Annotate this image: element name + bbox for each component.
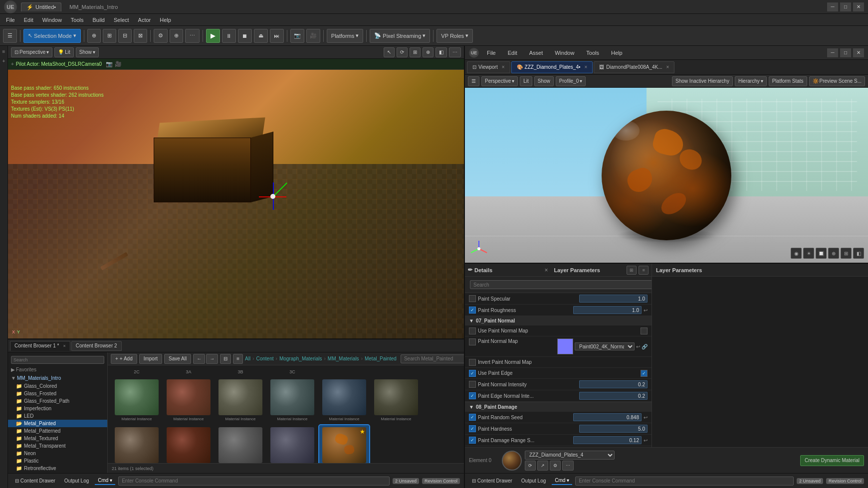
align-button[interactable]: ⊠ — [134, 29, 147, 43]
cb-import-button[interactable]: Import — [139, 354, 162, 364]
close-button[interactable]: ✕ — [853, 2, 864, 11]
cb-item-rust3[interactable]: Rust_3 Material Instance — [164, 425, 214, 463]
paint-roughness-check[interactable]: ✓ — [469, 307, 476, 314]
paint-damage-range-s-reset[interactable]: ↩ — [644, 438, 648, 443]
cb-tree-retroreflective[interactable]: 📁 Retroreflective — [8, 465, 107, 472]
menu-edit[interactable]: Edit — [20, 16, 37, 24]
paint-roughness-input[interactable] — [573, 306, 642, 314]
vp2-btn-2[interactable]: ☀ — [803, 248, 814, 259]
cb-metal-link[interactable]: Metal_Painted — [365, 356, 397, 361]
paint-damage-range-s-input[interactable] — [573, 436, 642, 444]
cb-mograph-link[interactable]: Mograph_Materials — [279, 356, 322, 361]
viewport-tab[interactable]: ⊡ Viewport × — [467, 61, 510, 73]
vp2-btn-6[interactable]: ◧ — [853, 248, 864, 259]
play-button[interactable]: ▶ — [206, 29, 220, 43]
right-close-button[interactable]: ✕ — [853, 48, 864, 57]
zzz-diamond-tab[interactable]: 🎨 ZZZ_Diamond_Plates_4• × — [511, 61, 593, 73]
paint-edge-normal-input[interactable] — [579, 392, 648, 400]
paint-hardness-input[interactable] — [579, 425, 648, 433]
cb-view-button[interactable]: ⊟ — [220, 354, 231, 364]
element-btn-4[interactable]: ⋯ — [562, 461, 574, 471]
paint-normal-intensity-input[interactable] — [579, 380, 648, 388]
cb-mm-section[interactable]: ▼ MM_Materials_Intro — [8, 374, 107, 382]
right-menu-file[interactable]: File — [483, 49, 500, 57]
hamburger-button[interactable]: ☰ — [3, 29, 17, 43]
viewport-tab-close-icon[interactable]: × — [502, 64, 505, 70]
vp2-btn-1[interactable]: ◉ — [791, 248, 802, 259]
misc-button2[interactable]: ⊕ — [170, 29, 183, 43]
cb-tree-glass-colored[interactable]: 📁 Glass_Colored — [8, 382, 107, 390]
vp2-btn-3[interactable]: 🔲 — [816, 248, 827, 259]
vp2-btn-5[interactable]: ⊞ — [841, 248, 852, 259]
cb-item-rust5[interactable]: Rust_5 Material Instance — [267, 425, 317, 463]
misc-button3[interactable]: ⋯ — [185, 29, 200, 43]
stop-button[interactable]: ⏹ — [238, 29, 252, 43]
console-input[interactable] — [118, 477, 390, 486]
paint-edge-normal-check[interactable]: ✓ — [469, 392, 476, 399]
right-minimize-button[interactable]: ─ — [827, 48, 838, 57]
project-tab[interactable]: ⚡ Untitled• — [21, 2, 61, 11]
details-grid-button[interactable]: ⊞ — [627, 266, 637, 275]
sidebar-icon-2[interactable]: + — [1, 57, 6, 65]
paint-random-seed-input[interactable] — [573, 413, 642, 421]
details-list-button[interactable]: ≡ — [639, 266, 649, 275]
cb-item-3c[interactable]: Material Instance — [267, 377, 317, 423]
diamond-tab-close-icon[interactable]: × — [666, 64, 669, 70]
right-cmd-tab[interactable]: Cmd ▾ — [552, 477, 572, 485]
selection-mode-button[interactable]: ↖ Selection Mode ▾ — [23, 29, 81, 43]
right-menu-edit[interactable]: Edit — [504, 49, 521, 57]
cb-item-blank2[interactable]: Material Instance — [371, 377, 421, 423]
cmd-tab[interactable]: Cmd ▾ — [95, 477, 115, 485]
paint-specular-check[interactable] — [469, 295, 476, 302]
right-menu-asset[interactable]: Asset — [525, 49, 547, 57]
transform-button[interactable]: ⊕ — [87, 29, 101, 43]
vp-icon-6[interactable]: ⋯ — [449, 47, 461, 57]
paint-normal-map-dropdown[interactable]: Paint002_4K_NormalDX — [575, 342, 635, 350]
lit-button[interactable]: 💡 Lit — [54, 47, 74, 57]
menu-tools[interactable]: Tools — [67, 16, 88, 24]
details-close-button[interactable]: × — [545, 267, 548, 274]
cb-item-blank1[interactable]: Material Instance — [319, 377, 369, 423]
right-maximize-button[interactable]: □ — [840, 48, 851, 57]
cb-search-input[interactable] — [401, 354, 464, 363]
cb-item-2c[interactable]: Material Instance — [112, 377, 162, 423]
right-menu-window[interactable]: Window — [551, 49, 578, 57]
perspective-button[interactable]: ⊡ Perspective ▾ — [11, 47, 52, 57]
use-paint-edge-check[interactable]: ✓ — [469, 370, 476, 377]
paint-hardness-check[interactable]: ✓ — [469, 425, 476, 432]
section-07-header[interactable]: ▼ 07_Paint Normal — [465, 316, 651, 325]
cb-tree-glass-frosted[interactable]: 📁 Glass_Frosted — [8, 390, 107, 397]
cb-favorites-section[interactable]: ▶ Favorites — [8, 365, 107, 374]
material-dropdown[interactable]: ZZZ_Diamond_Plates_4 — [525, 451, 615, 460]
maximize-button[interactable]: □ — [840, 2, 851, 11]
element-btn-2[interactable]: ↗ — [537, 461, 548, 471]
unsaved-badge-right[interactable]: 2 Unsaved — [797, 478, 823, 484]
cb-item-rust4[interactable]: Rust_4 Material Instance — [216, 425, 265, 463]
section-08-header[interactable]: ▼ 08_Paint Damage — [465, 402, 651, 412]
zzz-tab-close-icon[interactable]: × — [584, 64, 587, 70]
snap-button[interactable]: ⊞ — [103, 29, 116, 43]
vp2-show-button[interactable]: Show — [534, 76, 554, 86]
element-btn-1[interactable]: ⟳ — [525, 461, 536, 471]
menu-actor[interactable]: Actor — [134, 16, 155, 24]
camera-button[interactable]: 📷 — [290, 29, 304, 43]
misc-button1[interactable]: ⚙ — [154, 29, 168, 43]
paint-specular-input[interactable] — [579, 295, 648, 303]
paint-normal-intensity-check[interactable] — [469, 381, 476, 388]
paint-random-seed-reset[interactable]: ↩ — [644, 415, 648, 420]
cb-item-3a[interactable]: Material Instance — [164, 377, 214, 423]
cb-tree-search[interactable] — [11, 356, 104, 364]
minimize-button[interactable]: ─ — [827, 2, 838, 11]
details-search-input[interactable] — [470, 280, 652, 289]
paint-normal-link-icon[interactable]: 🔗 — [642, 344, 648, 349]
cb-all-link[interactable]: All — [245, 356, 250, 361]
cb-tree-neon[interactable]: 📁 Neon — [8, 450, 107, 457]
paint-random-seed-check[interactable]: ✓ — [469, 414, 476, 421]
viewport2-scene[interactable]: ◉ ☀ 🔲 ⊕ ⊞ ◧ — [465, 88, 868, 263]
cb-tree-imperfection[interactable]: 📁 Imperfection — [8, 405, 107, 412]
cb-tab-2[interactable]: Content Browser 2 — [71, 341, 122, 351]
cb-tree-plastic[interactable]: 📁 Plastic — [8, 457, 107, 465]
cb-item-zzz[interactable]: ★ ZZZ_Diamond_ Plates_4 Material Instanc… — [319, 425, 369, 463]
cb-tab-1-close[interactable]: × — [63, 343, 66, 348]
paint-roughness-reset-icon[interactable]: ↩ — [644, 308, 648, 313]
